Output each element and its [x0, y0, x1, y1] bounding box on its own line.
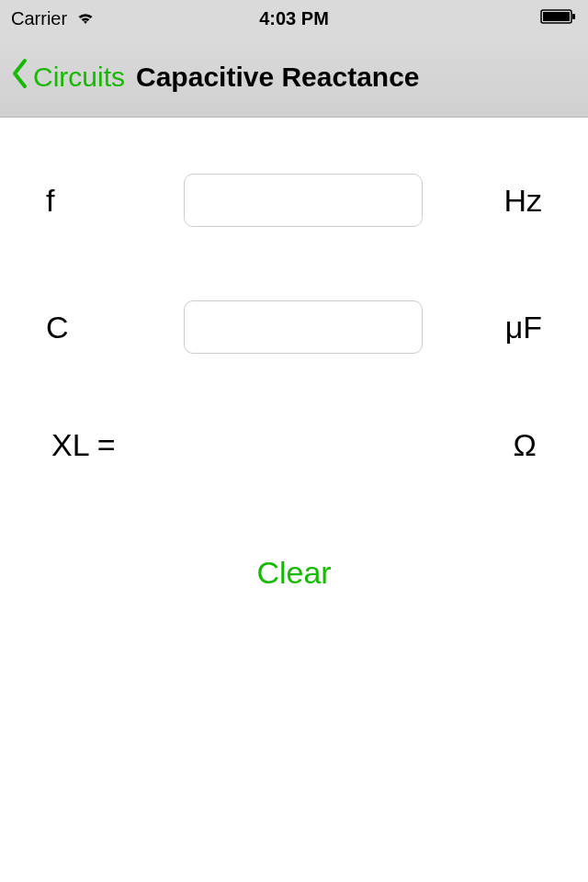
frequency-unit: Hz — [469, 183, 542, 219]
capacitance-label: C — [46, 310, 138, 345]
svg-rect-2 — [572, 14, 575, 19]
result-row: XL = Ω — [46, 417, 542, 472]
capacitance-row: C μF — [46, 300, 542, 355]
frequency-label: f — [46, 183, 138, 219]
status-bar: Carrier 4:03 PM — [0, 0, 588, 37]
status-time: 4:03 PM — [259, 8, 329, 29]
battery-icon — [540, 8, 577, 29]
nav-bar: Circuits Capacitive Reactance — [0, 37, 588, 118]
back-label: Circuits — [33, 62, 125, 93]
result-unit: Ω — [463, 427, 537, 463]
result-label: XL = — [51, 427, 116, 463]
status-left: Carrier — [11, 8, 96, 29]
clear-button[interactable]: Clear — [46, 555, 542, 591]
svg-rect-1 — [543, 12, 570, 21]
back-button[interactable]: Circuits — [11, 58, 125, 96]
carrier-label: Carrier — [11, 8, 67, 29]
wifi-icon — [74, 8, 96, 29]
frequency-input[interactable] — [184, 174, 423, 227]
status-right — [540, 8, 577, 29]
content-area: f Hz C μF XL = Ω Clear — [0, 118, 588, 591]
page-title: Capacitive Reactance — [136, 62, 420, 93]
frequency-row: f Hz — [46, 173, 542, 228]
chevron-left-icon — [11, 58, 29, 96]
capacitance-unit: μF — [469, 310, 542, 345]
capacitance-input[interactable] — [184, 300, 423, 354]
